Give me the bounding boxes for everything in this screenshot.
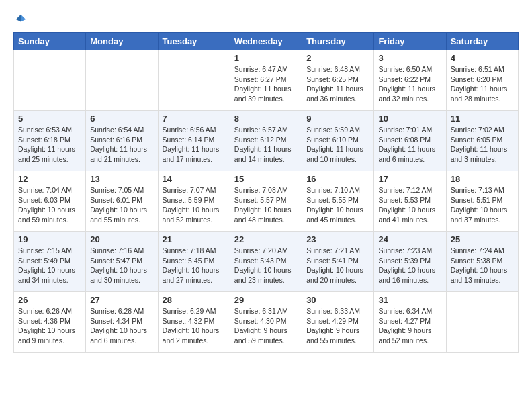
header-saturday: Saturday (446, 33, 518, 50)
calendar-week-row: 19Sunrise: 7:15 AM Sunset: 5:49 PM Dayli… (14, 232, 519, 292)
logo-icon (15, 13, 27, 26)
day-number: 11 (451, 113, 514, 124)
day-number: 26 (18, 295, 81, 305)
calendar-cell: 24Sunrise: 7:23 AM Sunset: 5:39 PM Dayli… (374, 232, 446, 292)
calendar-cell: 22Sunrise: 7:20 AM Sunset: 5:43 PM Dayli… (230, 232, 302, 292)
day-number: 17 (378, 174, 441, 184)
day-info: Sunrise: 6:51 AM Sunset: 6:20 PM Dayligh… (451, 64, 514, 104)
day-number: 12 (18, 174, 81, 184)
day-info: Sunrise: 7:05 AM Sunset: 6:01 PM Dayligh… (90, 185, 153, 225)
day-info: Sunrise: 7:08 AM Sunset: 5:57 PM Dayligh… (234, 185, 298, 225)
calendar-cell: 14Sunrise: 7:07 AM Sunset: 5:59 PM Dayli… (158, 171, 230, 232)
calendar-cell: 29Sunrise: 6:31 AM Sunset: 4:30 PM Dayli… (230, 292, 302, 353)
calendar-cell: 16Sunrise: 7:10 AM Sunset: 5:55 PM Dayli… (302, 171, 374, 232)
day-number: 10 (378, 113, 441, 124)
calendar-cell: 23Sunrise: 7:21 AM Sunset: 5:41 PM Dayli… (302, 232, 374, 292)
day-info: Sunrise: 7:07 AM Sunset: 5:59 PM Dayligh… (163, 185, 226, 225)
calendar-cell (14, 50, 86, 111)
day-number: 19 (18, 234, 81, 244)
calendar-cell: 2Sunrise: 6:48 AM Sunset: 6:25 PM Daylig… (302, 50, 374, 111)
day-info: Sunrise: 7:02 AM Sunset: 6:05 PM Dayligh… (451, 125, 514, 165)
calendar-cell: 11Sunrise: 7:02 AM Sunset: 6:05 PM Dayli… (446, 111, 518, 171)
day-number: 21 (163, 234, 226, 244)
day-info: Sunrise: 7:18 AM Sunset: 5:45 PM Dayligh… (163, 246, 226, 285)
header-wednesday: Wednesday (230, 33, 302, 50)
calendar-cell: 27Sunrise: 6:28 AM Sunset: 4:34 PM Dayli… (86, 292, 158, 353)
day-info: Sunrise: 7:01 AM Sunset: 6:08 PM Dayligh… (378, 125, 441, 165)
day-info: Sunrise: 6:56 AM Sunset: 6:14 PM Dayligh… (163, 125, 226, 165)
day-info: Sunrise: 7:04 AM Sunset: 6:03 PM Dayligh… (18, 185, 81, 225)
day-info: Sunrise: 7:15 AM Sunset: 5:49 PM Dayligh… (18, 246, 81, 285)
page-header (13, 13, 519, 26)
day-number: 7 (163, 113, 226, 124)
day-info: Sunrise: 6:54 AM Sunset: 6:16 PM Dayligh… (90, 125, 153, 165)
calendar-week-row: 12Sunrise: 7:04 AM Sunset: 6:03 PM Dayli… (14, 171, 519, 232)
day-info: Sunrise: 6:34 AM Sunset: 4:27 PM Dayligh… (378, 306, 441, 346)
calendar-cell: 19Sunrise: 7:15 AM Sunset: 5:49 PM Dayli… (14, 232, 86, 292)
day-number: 9 (306, 113, 369, 124)
day-number: 5 (18, 113, 81, 124)
calendar-cell: 4Sunrise: 6:51 AM Sunset: 6:20 PM Daylig… (446, 50, 518, 111)
calendar-cell: 25Sunrise: 7:24 AM Sunset: 5:38 PM Dayli… (446, 232, 518, 292)
day-number: 23 (306, 234, 369, 244)
day-number: 22 (234, 234, 298, 244)
day-info: Sunrise: 6:26 AM Sunset: 4:36 PM Dayligh… (18, 306, 81, 346)
calendar-cell: 26Sunrise: 6:26 AM Sunset: 4:36 PM Dayli… (14, 292, 86, 353)
calendar-cell: 12Sunrise: 7:04 AM Sunset: 6:03 PM Dayli… (14, 171, 86, 232)
day-info: Sunrise: 7:21 AM Sunset: 5:41 PM Dayligh… (306, 246, 369, 285)
calendar-cell: 18Sunrise: 7:13 AM Sunset: 5:51 PM Dayli… (446, 171, 518, 232)
day-info: Sunrise: 6:57 AM Sunset: 6:12 PM Dayligh… (234, 125, 298, 165)
calendar-cell: 10Sunrise: 7:01 AM Sunset: 6:08 PM Dayli… (374, 111, 446, 171)
day-number: 8 (234, 113, 298, 124)
day-info: Sunrise: 7:16 AM Sunset: 5:47 PM Dayligh… (90, 246, 153, 285)
calendar-cell: 13Sunrise: 7:05 AM Sunset: 6:01 PM Dayli… (86, 171, 158, 232)
day-info: Sunrise: 6:53 AM Sunset: 6:18 PM Dayligh… (18, 125, 81, 165)
calendar-cell: 15Sunrise: 7:08 AM Sunset: 5:57 PM Dayli… (230, 171, 302, 232)
day-info: Sunrise: 7:10 AM Sunset: 5:55 PM Dayligh… (306, 185, 369, 225)
calendar-week-row: 1Sunrise: 6:47 AM Sunset: 6:27 PM Daylig… (14, 50, 519, 111)
header-tuesday: Tuesday (158, 33, 230, 50)
header-friday: Friday (374, 33, 446, 50)
day-number: 6 (90, 113, 153, 124)
calendar-cell: 17Sunrise: 7:12 AM Sunset: 5:53 PM Dayli… (374, 171, 446, 232)
day-info: Sunrise: 6:33 AM Sunset: 4:29 PM Dayligh… (306, 306, 369, 346)
calendar-week-row: 5Sunrise: 6:53 AM Sunset: 6:18 PM Daylig… (14, 111, 519, 171)
calendar-header-row: SundayMondayTuesdayWednesdayThursdayFrid… (14, 33, 519, 50)
calendar-table: SundayMondayTuesdayWednesdayThursdayFrid… (13, 32, 519, 353)
calendar-cell (446, 292, 518, 353)
header-sunday: Sunday (14, 33, 86, 50)
day-info: Sunrise: 6:31 AM Sunset: 4:30 PM Dayligh… (234, 306, 298, 346)
day-number: 18 (451, 174, 514, 184)
day-info: Sunrise: 7:12 AM Sunset: 5:53 PM Dayligh… (378, 185, 441, 225)
calendar-cell (86, 50, 158, 111)
calendar-cell: 9Sunrise: 6:59 AM Sunset: 6:10 PM Daylig… (302, 111, 374, 171)
day-info: Sunrise: 6:59 AM Sunset: 6:10 PM Dayligh… (306, 125, 369, 165)
day-number: 16 (306, 174, 369, 184)
calendar-cell: 31Sunrise: 6:34 AM Sunset: 4:27 PM Dayli… (374, 292, 446, 353)
day-number: 25 (451, 234, 514, 244)
calendar-cell: 21Sunrise: 7:18 AM Sunset: 5:45 PM Dayli… (158, 232, 230, 292)
calendar-cell (158, 50, 230, 111)
calendar-cell: 5Sunrise: 6:53 AM Sunset: 6:18 PM Daylig… (14, 111, 86, 171)
day-number: 15 (234, 174, 298, 184)
day-number: 31 (378, 295, 441, 305)
calendar-cell: 6Sunrise: 6:54 AM Sunset: 6:16 PM Daylig… (86, 111, 158, 171)
day-number: 13 (90, 174, 153, 184)
calendar-cell: 1Sunrise: 6:47 AM Sunset: 6:27 PM Daylig… (230, 50, 302, 111)
header-thursday: Thursday (302, 33, 374, 50)
day-info: Sunrise: 6:29 AM Sunset: 4:32 PM Dayligh… (163, 306, 226, 346)
day-number: 3 (378, 53, 441, 63)
day-info: Sunrise: 6:47 AM Sunset: 6:27 PM Dayligh… (234, 64, 298, 104)
day-number: 2 (306, 53, 369, 63)
calendar-cell: 7Sunrise: 6:56 AM Sunset: 6:14 PM Daylig… (158, 111, 230, 171)
day-number: 20 (90, 234, 153, 244)
calendar-cell: 30Sunrise: 6:33 AM Sunset: 4:29 PM Dayli… (302, 292, 374, 353)
calendar-cell: 3Sunrise: 6:50 AM Sunset: 6:22 PM Daylig… (374, 50, 446, 111)
day-number: 14 (163, 174, 226, 184)
day-info: Sunrise: 6:28 AM Sunset: 4:34 PM Dayligh… (90, 306, 153, 346)
day-number: 29 (234, 295, 298, 305)
calendar-cell: 20Sunrise: 7:16 AM Sunset: 5:47 PM Dayli… (86, 232, 158, 292)
day-number: 24 (378, 234, 441, 244)
calendar-cell: 8Sunrise: 6:57 AM Sunset: 6:12 PM Daylig… (230, 111, 302, 171)
day-info: Sunrise: 7:23 AM Sunset: 5:39 PM Dayligh… (378, 246, 441, 285)
